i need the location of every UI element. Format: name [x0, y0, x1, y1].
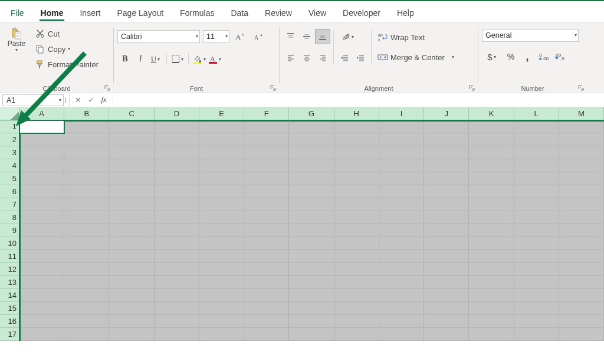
tab-review[interactable]: Review: [257, 5, 300, 22]
cell[interactable]: [424, 237, 469, 250]
cell[interactable]: [109, 120, 154, 133]
column-header[interactable]: M: [559, 107, 604, 120]
cell[interactable]: [289, 198, 334, 211]
cell[interactable]: [199, 328, 244, 341]
cell[interactable]: [559, 302, 604, 315]
cell[interactable]: [334, 302, 379, 315]
cut-button[interactable]: Cut: [33, 27, 100, 41]
cell[interactable]: [64, 276, 109, 289]
cell[interactable]: [559, 198, 604, 211]
cell[interactable]: [64, 250, 109, 263]
cell[interactable]: [469, 289, 514, 302]
cell[interactable]: [469, 172, 514, 185]
cell[interactable]: [559, 237, 604, 250]
row-header[interactable]: 12: [0, 263, 19, 276]
cell[interactable]: [289, 328, 334, 341]
column-header[interactable]: B: [64, 107, 109, 120]
cell[interactable]: [289, 211, 334, 224]
cell[interactable]: [244, 224, 289, 237]
formula-input[interactable]: [113, 94, 604, 106]
font-size-select[interactable]: 11▾: [203, 30, 229, 43]
cell[interactable]: [19, 198, 64, 211]
cell[interactable]: [109, 159, 154, 172]
cell[interactable]: [379, 250, 424, 263]
cell[interactable]: [19, 172, 64, 185]
column-header[interactable]: C: [109, 107, 154, 120]
cell[interactable]: [64, 289, 109, 302]
cell[interactable]: [64, 224, 109, 237]
cell[interactable]: [289, 146, 334, 159]
cell[interactable]: [424, 224, 469, 237]
cell[interactable]: [424, 211, 469, 224]
cell[interactable]: [244, 172, 289, 185]
cell[interactable]: [244, 276, 289, 289]
cell[interactable]: [244, 250, 289, 263]
cell[interactable]: [289, 224, 334, 237]
cell[interactable]: [514, 198, 559, 211]
cell[interactable]: [289, 133, 334, 146]
cell[interactable]: [19, 159, 64, 172]
decrease-decimal-button[interactable]: .00.0: [553, 49, 568, 64]
cell[interactable]: [109, 146, 154, 159]
cell[interactable]: [424, 146, 469, 159]
row-header[interactable]: 9: [0, 224, 19, 237]
borders-button[interactable]: ▾: [170, 51, 185, 67]
cell[interactable]: [155, 224, 199, 237]
cell[interactable]: [514, 185, 559, 198]
cell[interactable]: [469, 302, 514, 315]
tab-data[interactable]: Data: [222, 5, 257, 22]
cell[interactable]: [514, 120, 559, 133]
cell[interactable]: [334, 159, 379, 172]
cell[interactable]: [199, 263, 244, 276]
cell[interactable]: [424, 250, 469, 263]
cell[interactable]: [469, 237, 514, 250]
cell[interactable]: [289, 250, 334, 263]
cell[interactable]: [334, 198, 379, 211]
row-header[interactable]: 10: [0, 237, 19, 250]
cell[interactable]: [289, 120, 334, 133]
cell[interactable]: [559, 172, 604, 185]
cell[interactable]: [514, 211, 559, 224]
cell[interactable]: [155, 237, 199, 250]
cell[interactable]: [155, 276, 199, 289]
cell[interactable]: [109, 328, 154, 341]
number-launcher[interactable]: [577, 84, 585, 91]
cell[interactable]: [64, 302, 109, 315]
cell[interactable]: [559, 328, 604, 341]
cell[interactable]: [379, 315, 424, 328]
cell[interactable]: [289, 159, 334, 172]
cell[interactable]: [244, 302, 289, 315]
row-header[interactable]: 4: [0, 159, 19, 172]
align-left-button[interactable]: [283, 50, 298, 65]
cells-area[interactable]: [19, 120, 604, 341]
cell[interactable]: [289, 185, 334, 198]
column-header[interactable]: D: [155, 107, 199, 120]
cell[interactable]: [155, 263, 199, 276]
cell[interactable]: [379, 224, 424, 237]
column-header[interactable]: G: [289, 107, 334, 120]
cell[interactable]: [155, 289, 199, 302]
cell[interactable]: [289, 302, 334, 315]
fill-color-button[interactable]: ▾: [192, 51, 207, 67]
column-header[interactable]: E: [199, 107, 244, 120]
cell[interactable]: [379, 263, 424, 276]
cell[interactable]: [109, 224, 154, 237]
cell[interactable]: [334, 185, 379, 198]
cell[interactable]: [559, 159, 604, 172]
cell[interactable]: [199, 198, 244, 211]
cell[interactable]: [559, 133, 604, 146]
paste-button[interactable]: Paste ▾: [4, 27, 29, 71]
cell[interactable]: [559, 120, 604, 133]
cell[interactable]: [244, 315, 289, 328]
cell[interactable]: [109, 237, 154, 250]
column-header[interactable]: A: [19, 107, 64, 120]
copy-button[interactable]: Copy ▾: [33, 42, 100, 56]
cell[interactable]: [379, 328, 424, 341]
cell[interactable]: [424, 185, 469, 198]
cell[interactable]: [199, 133, 244, 146]
cell[interactable]: [334, 250, 379, 263]
format-painter-button[interactable]: Format Painter: [33, 57, 100, 71]
align-top-button[interactable]: [283, 29, 298, 44]
cell[interactable]: [289, 172, 334, 185]
cell[interactable]: [64, 133, 109, 146]
